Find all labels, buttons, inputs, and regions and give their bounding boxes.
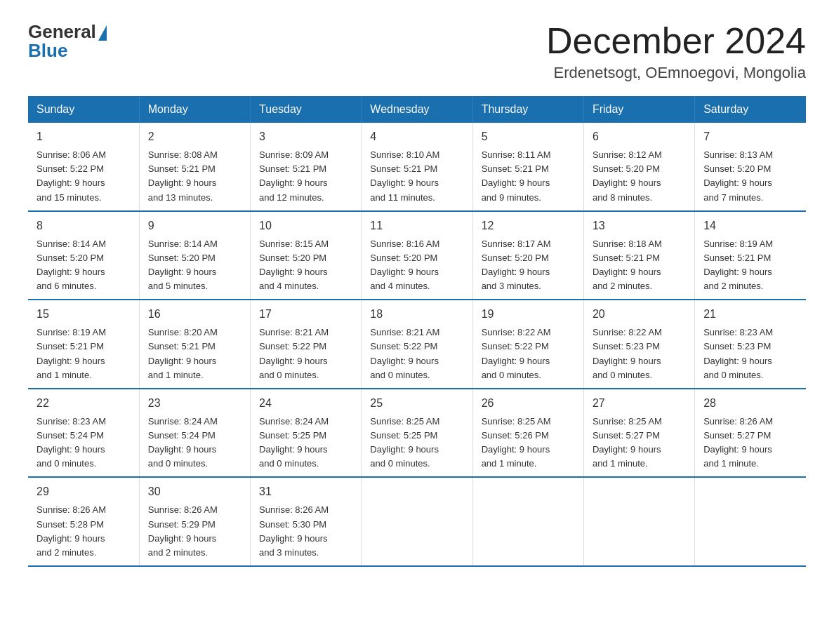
day-info: Sunrise: 8:12 AMSunset: 5:20 PMDaylight:… (593, 148, 686, 205)
calendar-body: 1Sunrise: 8:06 AMSunset: 5:22 PMDaylight… (28, 123, 806, 566)
logo: General Blue (28, 21, 107, 62)
table-cell: 29Sunrise: 8:26 AMSunset: 5:28 PMDayligh… (28, 477, 139, 566)
day-number: 6 (593, 128, 686, 145)
table-cell: 7Sunrise: 8:13 AMSunset: 5:20 PMDaylight… (695, 123, 806, 211)
day-number: 19 (482, 306, 575, 323)
day-info: Sunrise: 8:24 AMSunset: 5:25 PMDaylight:… (259, 415, 352, 471)
calendar-week-row: 1Sunrise: 8:06 AMSunset: 5:22 PMDaylight… (28, 123, 806, 211)
day-number: 30 (148, 483, 241, 500)
day-info: Sunrise: 8:10 AMSunset: 5:21 PMDaylight:… (370, 148, 463, 205)
table-cell: 25Sunrise: 8:25 AMSunset: 5:25 PMDayligh… (362, 389, 472, 478)
table-cell: 3Sunrise: 8:09 AMSunset: 5:21 PMDaylight… (251, 123, 362, 211)
page-header: General Blue December 2024 Erdenetsogt, … (28, 21, 806, 82)
day-number: 9 (148, 217, 241, 234)
table-cell: 11Sunrise: 8:16 AMSunset: 5:20 PMDayligh… (362, 211, 472, 300)
day-number: 21 (703, 306, 797, 323)
day-number: 10 (259, 217, 352, 234)
table-cell: 2Sunrise: 8:08 AMSunset: 5:21 PMDaylight… (139, 123, 250, 211)
table-cell (583, 477, 694, 566)
table-cell: 4Sunrise: 8:10 AMSunset: 5:21 PMDaylight… (362, 123, 472, 211)
day-info: Sunrise: 8:23 AMSunset: 5:23 PMDaylight:… (703, 326, 797, 382)
day-number: 17 (259, 306, 352, 323)
table-cell: 26Sunrise: 8:25 AMSunset: 5:26 PMDayligh… (472, 389, 583, 478)
day-info: Sunrise: 8:21 AMSunset: 5:22 PMDaylight:… (259, 326, 352, 382)
table-cell: 28Sunrise: 8:26 AMSunset: 5:27 PMDayligh… (695, 389, 806, 478)
header-thursday: Thursday (472, 96, 583, 123)
table-cell: 27Sunrise: 8:25 AMSunset: 5:27 PMDayligh… (583, 389, 694, 478)
day-info: Sunrise: 8:26 AMSunset: 5:28 PMDaylight:… (37, 503, 131, 560)
day-info: Sunrise: 8:26 AMSunset: 5:27 PMDaylight:… (703, 415, 797, 471)
day-number: 26 (482, 395, 575, 412)
day-info: Sunrise: 8:08 AMSunset: 5:21 PMDaylight:… (148, 148, 241, 205)
table-cell: 14Sunrise: 8:19 AMSunset: 5:21 PMDayligh… (695, 211, 806, 300)
day-info: Sunrise: 8:24 AMSunset: 5:24 PMDaylight:… (148, 415, 241, 471)
day-number: 22 (37, 395, 131, 412)
header-wednesday: Wednesday (362, 96, 472, 123)
day-number: 15 (37, 306, 131, 323)
day-number: 3 (259, 128, 352, 145)
day-info: Sunrise: 8:06 AMSunset: 5:22 PMDaylight:… (37, 148, 131, 205)
table-cell: 1Sunrise: 8:06 AMSunset: 5:22 PMDaylight… (28, 123, 139, 211)
table-cell: 31Sunrise: 8:26 AMSunset: 5:30 PMDayligh… (251, 477, 362, 566)
header-monday: Monday (139, 96, 250, 123)
calendar-week-row: 22Sunrise: 8:23 AMSunset: 5:24 PMDayligh… (28, 389, 806, 478)
table-cell: 19Sunrise: 8:22 AMSunset: 5:22 PMDayligh… (472, 300, 583, 389)
header-row: Sunday Monday Tuesday Wednesday Thursday… (28, 96, 806, 123)
day-info: Sunrise: 8:25 AMSunset: 5:26 PMDaylight:… (482, 415, 575, 471)
table-cell: 30Sunrise: 8:26 AMSunset: 5:29 PMDayligh… (139, 477, 250, 566)
day-info: Sunrise: 8:09 AMSunset: 5:21 PMDaylight:… (259, 148, 352, 205)
day-info: Sunrise: 8:17 AMSunset: 5:20 PMDaylight:… (482, 237, 575, 294)
day-info: Sunrise: 8:18 AMSunset: 5:21 PMDaylight:… (593, 237, 686, 294)
table-cell: 8Sunrise: 8:14 AMSunset: 5:20 PMDaylight… (28, 211, 139, 300)
calendar-week-row: 8Sunrise: 8:14 AMSunset: 5:20 PMDaylight… (28, 211, 806, 300)
day-info: Sunrise: 8:26 AMSunset: 5:30 PMDaylight:… (259, 503, 352, 560)
day-number: 20 (593, 306, 686, 323)
day-number: 1 (37, 128, 131, 145)
table-cell: 12Sunrise: 8:17 AMSunset: 5:20 PMDayligh… (472, 211, 583, 300)
day-info: Sunrise: 8:25 AMSunset: 5:27 PMDaylight:… (593, 415, 686, 471)
day-info: Sunrise: 8:26 AMSunset: 5:29 PMDaylight:… (148, 503, 241, 560)
table-cell: 10Sunrise: 8:15 AMSunset: 5:20 PMDayligh… (251, 211, 362, 300)
day-number: 8 (37, 217, 131, 234)
day-number: 16 (148, 306, 241, 323)
table-cell: 22Sunrise: 8:23 AMSunset: 5:24 PMDayligh… (28, 389, 139, 478)
day-info: Sunrise: 8:15 AMSunset: 5:20 PMDaylight:… (259, 237, 352, 294)
table-cell: 6Sunrise: 8:12 AMSunset: 5:20 PMDaylight… (583, 123, 694, 211)
logo-blue-text: Blue (28, 40, 67, 62)
table-cell (362, 477, 472, 566)
day-info: Sunrise: 8:16 AMSunset: 5:20 PMDaylight:… (370, 237, 463, 294)
table-cell (472, 477, 583, 566)
calendar-week-row: 29Sunrise: 8:26 AMSunset: 5:28 PMDayligh… (28, 477, 806, 566)
day-number: 18 (370, 306, 463, 323)
table-cell: 24Sunrise: 8:24 AMSunset: 5:25 PMDayligh… (251, 389, 362, 478)
table-cell: 21Sunrise: 8:23 AMSunset: 5:23 PMDayligh… (695, 300, 806, 389)
day-number: 13 (593, 217, 686, 234)
header-tuesday: Tuesday (251, 96, 362, 123)
day-info: Sunrise: 8:13 AMSunset: 5:20 PMDaylight:… (703, 148, 797, 205)
day-number: 29 (37, 483, 131, 500)
day-number: 31 (259, 483, 352, 500)
table-cell: 16Sunrise: 8:20 AMSunset: 5:21 PMDayligh… (139, 300, 250, 389)
day-info: Sunrise: 8:11 AMSunset: 5:21 PMDaylight:… (482, 148, 575, 205)
day-info: Sunrise: 8:19 AMSunset: 5:21 PMDaylight:… (37, 326, 131, 382)
calendar-table: Sunday Monday Tuesday Wednesday Thursday… (28, 96, 806, 567)
table-cell: 17Sunrise: 8:21 AMSunset: 5:22 PMDayligh… (251, 300, 362, 389)
table-cell: 13Sunrise: 8:18 AMSunset: 5:21 PMDayligh… (583, 211, 694, 300)
day-number: 5 (482, 128, 575, 145)
day-info: Sunrise: 8:22 AMSunset: 5:22 PMDaylight:… (482, 326, 575, 382)
title-section: December 2024 Erdenetsogt, OEmnoegovi, M… (546, 21, 806, 82)
table-cell: 20Sunrise: 8:22 AMSunset: 5:23 PMDayligh… (583, 300, 694, 389)
calendar-week-row: 15Sunrise: 8:19 AMSunset: 5:21 PMDayligh… (28, 300, 806, 389)
header-sunday: Sunday (28, 96, 139, 123)
day-number: 23 (148, 395, 241, 412)
day-info: Sunrise: 8:25 AMSunset: 5:25 PMDaylight:… (370, 415, 463, 471)
table-cell (695, 477, 806, 566)
subtitle: Erdenetsogt, OEmnoegovi, Mongolia (546, 64, 806, 82)
calendar-header: Sunday Monday Tuesday Wednesday Thursday… (28, 96, 806, 123)
day-number: 2 (148, 128, 241, 145)
logo-triangle-icon (98, 25, 107, 41)
header-saturday: Saturday (695, 96, 806, 123)
day-info: Sunrise: 8:14 AMSunset: 5:20 PMDaylight:… (37, 237, 131, 294)
day-number: 25 (370, 395, 463, 412)
table-cell: 15Sunrise: 8:19 AMSunset: 5:21 PMDayligh… (28, 300, 139, 389)
